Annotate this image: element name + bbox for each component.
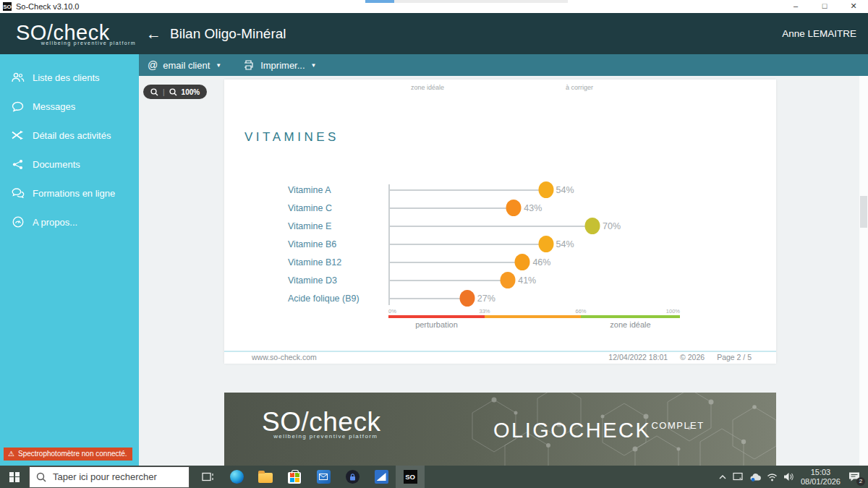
chart-value-label: 46%: [532, 257, 550, 267]
onedrive-cloud-icon[interactable]: [749, 473, 761, 481]
chart-row: Vitamine A54%: [288, 181, 682, 199]
chart-stem-area: 54%: [388, 235, 680, 253]
document-toolbar: @ email client ▼ Imprimer... ▼: [139, 54, 868, 76]
zoom-out-icon[interactable]: [150, 88, 158, 96]
search-placeholder: Taper ici pour rechercher: [53, 471, 157, 482]
users-icon: [11, 72, 25, 82]
chart-value-label: 54%: [556, 185, 574, 195]
chevron-down-icon: ▼: [311, 62, 317, 69]
sidebar-item-label: A propos...: [33, 217, 77, 228]
chart-value-label: 41%: [518, 275, 536, 286]
device-icon[interactable]: [733, 472, 744, 481]
start-button[interactable]: [0, 466, 29, 488]
zoom-control[interactable]: | 100%: [143, 85, 207, 99]
lock-icon: [346, 470, 359, 484]
sidebar-item-formations-en-ligne[interactable]: Formations en ligne: [0, 179, 139, 207]
document-viewport: | 100% zone idéale à corriger VITAMINES …: [139, 76, 868, 466]
shuffle-icon: [11, 130, 25, 140]
email-client-label: email client: [163, 60, 210, 71]
clock-time: 15:03: [801, 468, 841, 477]
page-footer: www.so-check.com 12/04/2022 18:01 © 2026…: [224, 351, 776, 364]
chart-category-label: Vitamine D3: [288, 275, 388, 286]
warning-text: Spectrophotomètre non connecté.: [18, 450, 127, 458]
close-button[interactable]: ✕: [839, 0, 868, 13]
chart-value-label: 70%: [603, 221, 621, 231]
speaker-icon[interactable]: [783, 472, 793, 481]
windows-logo-icon: [9, 472, 20, 482]
chart-data-point: [585, 218, 600, 234]
action-center-button[interactable]: 2: [848, 471, 862, 484]
logo-so: SO: [262, 407, 301, 437]
report-page-2: SO/check wellbeing preventive platform O…: [224, 393, 776, 466]
sidebar-item-liste-des-clients[interactable]: Liste des clients: [0, 63, 139, 92]
scan-app-button[interactable]: [367, 466, 396, 488]
sidebar-item-label: Détail des activités: [33, 130, 111, 141]
footer-copyright: © 2026: [680, 353, 705, 361]
chart-data-point: [459, 290, 475, 307]
warning-icon: ⚠: [8, 450, 14, 458]
mail-button[interactable]: [309, 466, 338, 488]
section-title: VITAMINES: [244, 130, 339, 145]
scan-icon: [375, 470, 388, 484]
chart-category-label: Acide folique (B9): [288, 294, 388, 304]
back-arrow-icon[interactable]: ←: [146, 25, 161, 43]
chart-data-point: [515, 254, 530, 270]
logo-slash: /: [301, 407, 309, 437]
sidebar-nav: Liste des clients Messages Détail des ac…: [0, 54, 139, 466]
chart-stem: [388, 280, 508, 281]
axis-tick-label: 0%: [388, 308, 396, 314]
chart-stem: [388, 189, 546, 191]
task-view-button[interactable]: [193, 466, 222, 488]
vertical-scrollbar[interactable]: [859, 76, 868, 466]
zoom-in-icon[interactable]: [169, 88, 177, 96]
chart-stem-area: 43%: [388, 199, 680, 217]
oligocheck-title-sup: COMPLET: [651, 420, 704, 431]
app-icon: SO: [3, 2, 12, 11]
notification-count-badge: 2: [856, 477, 865, 486]
sidebar-item-messages[interactable]: Messages: [0, 92, 139, 121]
wifi-icon[interactable]: [767, 473, 778, 481]
tray-chevron-up-icon[interactable]: [718, 474, 727, 481]
logo-tagline: wellbeing preventive platform: [262, 433, 380, 440]
sidebar-item-detail-des-activites[interactable]: Détail des activités: [0, 121, 139, 150]
edge-browser-button[interactable]: [222, 466, 251, 488]
chart-row: Vitamine C43%: [288, 199, 682, 217]
chart-stem: [388, 226, 592, 227]
chart-data-point: [538, 181, 553, 198]
chart-data-point: [538, 236, 553, 252]
so-check-app-button[interactable]: SO: [396, 466, 425, 488]
logo-check: check: [309, 407, 380, 437]
ms-store-button[interactable]: [280, 466, 309, 488]
taskbar-search[interactable]: Taper ici pour rechercher: [29, 466, 190, 488]
share-icon: [11, 159, 25, 170]
axis-tick-label: 66%: [575, 308, 586, 314]
chart-axis-ticks: 0%33%66%100%: [388, 308, 680, 314]
print-button[interactable]: Imprimer... ▼: [242, 60, 316, 71]
sidebar-item-documents[interactable]: Documents: [0, 150, 139, 179]
taskbar-clock[interactable]: 15:03 08/01/2026: [801, 468, 841, 487]
privacy-app-button[interactable]: [338, 466, 367, 488]
edge-icon: [230, 470, 244, 484]
scrollbar-thumb[interactable]: [860, 196, 867, 228]
socheck-logo-banner: SO/check wellbeing preventive platform: [262, 408, 380, 440]
system-tray: 15:03 08/01/2026 2: [718, 468, 868, 487]
zoom-level: 100%: [182, 88, 200, 96]
minimize-button[interactable]: –: [781, 0, 810, 13]
top-progress-fill: [365, 0, 394, 3]
chart-stem: [388, 298, 467, 299]
sidebar-item-label: Documents: [33, 159, 80, 170]
chart-stem-area: 41%: [388, 271, 680, 289]
page-title: Bilan Oligo-Minéral: [170, 26, 286, 42]
email-client-button[interactable]: @ email client ▼: [148, 59, 221, 71]
current-user[interactable]: Anne LEMAITRE: [782, 28, 856, 39]
chart-value-label: 27%: [477, 294, 495, 304]
printer-icon: [242, 60, 255, 70]
file-explorer-button[interactable]: [251, 466, 280, 488]
sidebar-item-a-propos[interactable]: A propos...: [0, 207, 139, 236]
chevron-down-icon: ▼: [216, 62, 221, 69]
chart-value-label: 54%: [556, 239, 574, 249]
gauge-icon: [11, 216, 25, 228]
top-progress-bar: [365, 0, 568, 3]
maximize-button[interactable]: □: [810, 0, 839, 13]
vitamins-chart: Vitamine A54%Vitamine C43%Vitamine E70%V…: [288, 181, 682, 307]
